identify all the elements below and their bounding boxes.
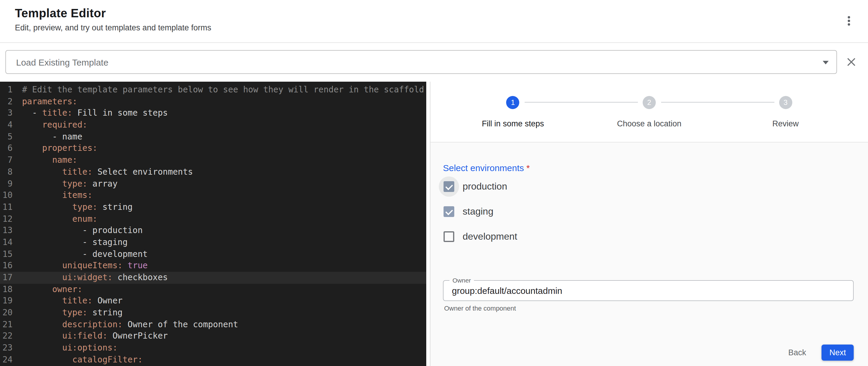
checkbox-development[interactable] [443,231,454,242]
checkbox-label-development: development [463,231,517,242]
editor-line-15: 15 - development [0,248,426,260]
code-token: checkboxes [118,272,168,282]
code-token: owner: [22,284,82,294]
editor-line-14: 14 - staging [0,237,426,248]
step-1: 1Fill in some steps [445,96,581,128]
line-number: 9 [0,178,12,189]
editor-line-11: 11 type: string [0,202,426,213]
step-2: 2Choose a location [581,96,717,128]
code-token: title: [22,167,97,177]
line-number: 17 [0,272,12,283]
line-number: 4 [0,119,12,131]
line-number: 13 [0,225,12,237]
step-3-circle: 3 [779,96,792,109]
code-token: parameters: [22,96,77,106]
back-button[interactable]: Back [783,344,811,361]
close-x-icon [845,56,857,68]
owner-field-value: group:default/accountadmin [452,285,562,296]
page-title: Template Editor [15,5,854,21]
checkbox-row-development[interactable]: development [443,224,854,249]
line-number: 15 [0,248,12,260]
template-preview-pane: 1Fill in some steps2Choose a location3Re… [430,82,868,366]
chevron-down-icon[interactable] [823,61,829,64]
editor-line-3: 3 - title: Fill in some steps [0,108,426,119]
line-number: 10 [0,189,12,201]
checkbox-staging[interactable] [443,206,454,217]
editor-line-19: 19 title: Owner [0,295,426,307]
step-3-label: Review [772,119,799,128]
editor-line-13: 13 - production [0,225,426,237]
step-2-label: Choose a location [617,119,681,128]
editor-line-20: 20 type: string [0,307,426,318]
select-environments-label: Select environments* [443,163,854,173]
line-number: 3 [0,108,12,119]
editor-line-10: 10 items: [0,189,426,201]
close-button[interactable] [839,50,863,74]
page-subtitle: Edit, preview, and try out templates and… [15,23,854,32]
line-number: 24 [0,354,12,366]
editor-line-21: 21 description: Owner of the component [0,319,426,331]
step-1-label: Fill in some steps [482,119,544,128]
code-token: - development [22,249,148,258]
code-token: ui:widget: [22,272,118,282]
code-token: - production [22,225,143,235]
code-token: type: [22,308,92,317]
editor-line-6: 6 properties: [0,143,426,154]
editor-line-9: 9 type: array [0,178,426,189]
code-token: # Edit the template parameters below to … [22,85,424,94]
code-editor[interactable]: 1# Edit the template parameters below to… [0,82,426,366]
page-header: Template Editor Edit, preview, and try o… [0,0,868,43]
code-token: required: [22,120,87,129]
next-button[interactable]: Next [822,344,854,361]
code-token: OwnerPicker [113,331,167,341]
editor-line-5: 5 - name [0,131,426,143]
editor-line-16: 16 uniqueItems: true [0,260,426,272]
line-number: 5 [0,131,12,143]
owner-helper-text: Owner of the component [444,305,854,312]
template-editor-page: Template Editor Edit, preview, and try o… [0,0,868,366]
line-number: 16 [0,260,12,272]
code-token: true [128,261,148,270]
code-token: - name [22,132,82,141]
load-existing-template-select[interactable]: Load Existing Template [5,50,837,74]
line-number: 20 [0,307,12,318]
owner-input[interactable]: Owner group:default/accountadmin [443,280,854,301]
editor-line-17: 17 ui:widget: checkboxes [0,272,426,283]
code-token: type: [22,179,92,188]
code-token: uniqueItems: [22,261,128,270]
stepper: 1Fill in some steps2Choose a location3Re… [430,82,868,143]
editor-line-2: 2parameters: [0,96,426,107]
checkbox-row-production[interactable]: production [443,174,854,199]
code-token: name: [22,155,77,164]
line-number: 6 [0,143,12,154]
code-token: title: [42,108,77,118]
more-options-button[interactable] [837,9,861,33]
step-2-circle: 2 [643,96,656,109]
checkbox-row-staging[interactable]: staging [443,199,854,224]
code-token: title: [22,296,97,305]
code-token: string [92,308,123,317]
checkbox-production[interactable] [443,181,454,192]
checkbox-label-staging: staging [463,206,493,217]
code-token: string [102,202,133,212]
code-token: ui:options: [22,343,118,352]
code-token: - [22,108,42,118]
stepper-connector [661,102,774,102]
code-token: ui:field: [22,331,113,341]
editor-line-7: 7 name: [0,154,426,166]
code-token: - staging [22,237,128,247]
owner-field-label: Owner [450,277,474,284]
code-token: Fill in some steps [77,108,167,118]
editor-line-4: 4 required: [0,119,426,131]
line-number: 21 [0,319,12,331]
code-token: enum: [22,214,97,223]
editor-line-22: 22 ui:field: OwnerPicker [0,331,426,342]
required-asterisk: * [526,163,530,173]
line-number: 18 [0,283,12,295]
editor-line-23: 23 ui:options: [0,342,426,354]
load-template-placeholder: Load Existing Template [16,57,108,67]
select-environments-text: Select environments [443,163,524,173]
code-token: catalogFilter: [22,355,143,364]
step-form: Select environments* productionstagingde… [430,143,868,366]
line-number: 11 [0,202,12,213]
